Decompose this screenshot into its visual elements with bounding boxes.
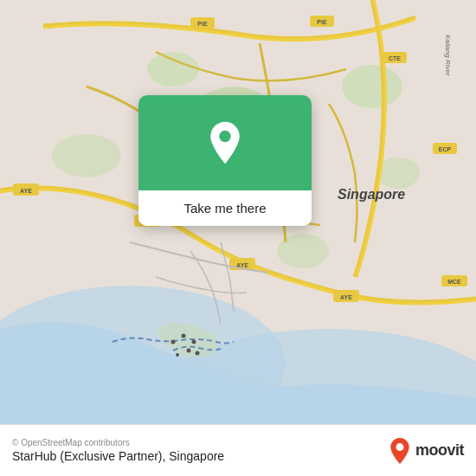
moovit-logo[interactable]: moovit bbox=[388, 437, 464, 465]
svg-point-36 bbox=[396, 443, 404, 451]
svg-text:CTE: CTE bbox=[389, 55, 401, 61]
svg-point-35 bbox=[219, 131, 230, 142]
svg-text:ECP: ECP bbox=[439, 146, 452, 152]
svg-point-30 bbox=[192, 340, 196, 344]
map-container: AYE AYE AYE AYE PIE PIE CTE ECP MCE Sing… bbox=[0, 0, 476, 424]
svg-text:Kallang River: Kallang River bbox=[444, 35, 452, 76]
svg-point-33 bbox=[176, 353, 179, 357]
svg-point-28 bbox=[171, 340, 176, 344]
svg-text:PIE: PIE bbox=[317, 19, 327, 25]
take-me-there-button[interactable]: Take me there bbox=[138, 190, 312, 226]
svg-point-31 bbox=[187, 349, 191, 353]
popup-green-area bbox=[138, 95, 312, 190]
svg-point-5 bbox=[342, 65, 402, 108]
bottom-left: © OpenStreetMap contributors StarHub (Ex… bbox=[12, 438, 224, 463]
svg-text:AYE: AYE bbox=[340, 294, 352, 300]
moovit-pin-icon bbox=[388, 437, 412, 465]
svg-point-4 bbox=[147, 52, 199, 87]
svg-text:Singapore: Singapore bbox=[338, 187, 405, 202]
popup-card: Take me there bbox=[138, 95, 312, 226]
location-pin-icon bbox=[203, 120, 248, 165]
svg-point-6 bbox=[52, 134, 121, 177]
svg-point-32 bbox=[196, 351, 200, 356]
svg-text:MCE: MCE bbox=[447, 279, 461, 285]
svg-text:AYE: AYE bbox=[20, 188, 32, 194]
moovit-text: moovit bbox=[415, 441, 464, 460]
bottom-bar: © OpenStreetMap contributors StarHub (Ex… bbox=[0, 424, 476, 476]
svg-point-29 bbox=[182, 334, 186, 338]
osm-credit: © OpenStreetMap contributors bbox=[12, 438, 224, 447]
location-name: StarHub (Exclusive Partner), Singapore bbox=[12, 449, 224, 463]
svg-text:PIE: PIE bbox=[197, 21, 208, 27]
